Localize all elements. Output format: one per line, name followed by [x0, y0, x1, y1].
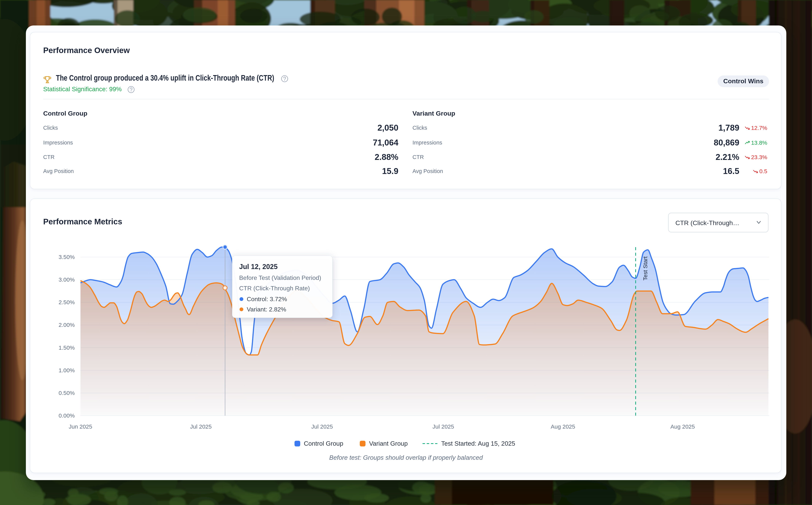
svg-text:Control: 3.72%: Control: 3.72% — [247, 296, 287, 303]
svg-text:0.50%: 0.50% — [58, 390, 75, 396]
svg-text:Variant: 2.82%: Variant: 2.82% — [247, 306, 286, 313]
svg-text:Aug 2025: Aug 2025 — [670, 424, 695, 430]
svg-text:Variant Group: Variant Group — [369, 440, 408, 447]
svg-text:CTR (Click-Through Rate): CTR (Click-Through Rate) — [239, 285, 310, 292]
svg-text:Test Start: Test Start — [642, 256, 648, 281]
svg-text:3.00%: 3.00% — [58, 277, 75, 283]
svg-text:1.00%: 1.00% — [58, 367, 75, 373]
svg-text:Jul 2025: Jul 2025 — [432, 424, 454, 430]
svg-text:Before Test (Validation Period: Before Test (Validation Period) — [239, 274, 321, 281]
svg-text:Control Group: Control Group — [304, 440, 343, 447]
svg-text:Test Started: Aug 15, 2025: Test Started: Aug 15, 2025 — [441, 440, 515, 447]
svg-text:Jul 2025: Jul 2025 — [190, 424, 212, 430]
svg-text:1.50%: 1.50% — [58, 345, 75, 351]
svg-text:Aug 2025: Aug 2025 — [551, 424, 575, 430]
svg-text:3.50%: 3.50% — [58, 254, 75, 260]
svg-text:Before test: Groups should ove: Before test: Groups should overlap if pr… — [329, 454, 483, 461]
svg-text:0.00%: 0.00% — [58, 412, 75, 419]
svg-text:Jul 12, 2025: Jul 12, 2025 — [239, 263, 278, 271]
svg-text:Jul 2025: Jul 2025 — [311, 424, 333, 430]
svg-text:Jun 2025: Jun 2025 — [69, 424, 92, 430]
svg-text:2.50%: 2.50% — [58, 299, 75, 305]
svg-text:2.00%: 2.00% — [58, 322, 75, 328]
